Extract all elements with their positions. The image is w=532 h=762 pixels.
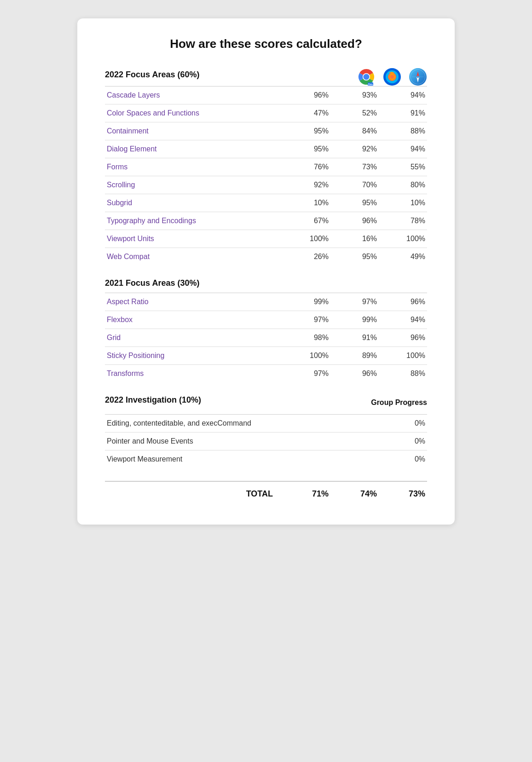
row-safari: 94% xyxy=(379,87,427,104)
row-label: Editing, contenteditable, and execComman… xyxy=(105,415,358,433)
row-chrome: 96% xyxy=(282,87,330,104)
firefox-icon xyxy=(383,68,401,86)
row-chrome: 10% xyxy=(282,194,330,212)
row-safari: 88% xyxy=(379,122,427,140)
row-firefox: 91% xyxy=(330,329,379,347)
row-label[interactable]: Grid xyxy=(105,329,282,347)
table-row: Cascade Layers 96% 93% 94% xyxy=(105,87,427,104)
total-row: TOTAL 71% 74% 73% xyxy=(105,481,427,502)
table-row: Subgrid 10% 95% 10% xyxy=(105,194,427,212)
table-row: Aspect Ratio 99% 97% 96% xyxy=(105,293,427,311)
row-label[interactable]: Dialog Element xyxy=(105,140,282,158)
row-label[interactable]: Transforms xyxy=(105,365,282,383)
svg-point-9 xyxy=(390,75,394,79)
row-label[interactable]: Typography and Encodings xyxy=(105,212,282,230)
row-safari: 96% xyxy=(379,329,427,347)
row-label[interactable]: Flexbox xyxy=(105,311,282,329)
row-label[interactable]: Web Compat xyxy=(105,248,282,266)
row-label[interactable]: Color Spaces and Functions xyxy=(105,104,282,122)
table-row: Flexbox 97% 99% 94% xyxy=(105,311,427,329)
row-label[interactable]: Containment xyxy=(105,122,282,140)
row-safari: 88% xyxy=(379,365,427,383)
table-row: Grid 98% 91% 96% xyxy=(105,329,427,347)
svg-text:Dev: Dev xyxy=(368,83,373,86)
table-row: Containment 95% 84% 88% xyxy=(105,122,427,140)
row-safari: 55% xyxy=(379,158,427,176)
section-2021: 2021 Focus Areas (30%) Aspect Ratio 99% … xyxy=(105,278,427,382)
section-2022-label: 2022 Focus Areas (60%) xyxy=(105,70,199,84)
investigation-label: 2022 Investigation (10%) xyxy=(105,395,201,410)
table-row: Viewport Measurement 0% xyxy=(105,450,427,468)
section-2021-label: 2021 Focus Areas (30%) xyxy=(105,278,427,293)
row-chrome: 100% xyxy=(282,230,330,248)
row-firefox: 96% xyxy=(330,365,379,383)
section-2022-header-row: 2022 Focus Areas (60%) Dev xyxy=(105,68,427,86)
total-chrome: 71% xyxy=(282,481,330,502)
table-row: Viewport Units 100% 16% 100% xyxy=(105,230,427,248)
row-safari: 10% xyxy=(379,194,427,212)
chrome-dev-icon: Dev Dev xyxy=(357,68,376,86)
row-firefox: 52% xyxy=(330,104,379,122)
row-chrome: 92% xyxy=(282,176,330,194)
row-label[interactable]: Subgrid xyxy=(105,194,282,212)
table-row: Transforms 97% 96% 88% xyxy=(105,365,427,383)
table-row: Forms 76% 73% 55% xyxy=(105,158,427,176)
table-investigation: Editing, contenteditable, and execComman… xyxy=(105,415,427,468)
row-chrome: 95% xyxy=(282,122,330,140)
row-firefox: 96% xyxy=(330,212,379,230)
row-safari: 100% xyxy=(379,230,427,248)
row-safari: 78% xyxy=(379,212,427,230)
row-safari: 100% xyxy=(379,347,427,365)
table-2021: Aspect Ratio 99% 97% 96% Flexbox 97% 99%… xyxy=(105,293,427,382)
row-firefox: 89% xyxy=(330,347,379,365)
row-label[interactable]: Forms xyxy=(105,158,282,176)
table-row: Web Compat 26% 95% 49% xyxy=(105,248,427,266)
row-chrome: 98% xyxy=(282,329,330,347)
row-safari: 94% xyxy=(379,311,427,329)
row-label[interactable]: Viewport Units xyxy=(105,230,282,248)
svg-point-2 xyxy=(364,74,370,80)
total-firefox: 74% xyxy=(330,481,379,502)
row-firefox: 84% xyxy=(330,122,379,140)
row-value: 0% xyxy=(358,433,427,450)
investigation-header-row: 2022 Investigation (10%) Group Progress xyxy=(105,395,427,414)
row-label[interactable]: Cascade Layers xyxy=(105,87,282,104)
row-label[interactable]: Scrolling xyxy=(105,176,282,194)
row-value: 0% xyxy=(358,450,427,468)
row-firefox: 70% xyxy=(330,176,379,194)
row-firefox: 97% xyxy=(330,293,379,311)
table-row: Typography and Encodings 67% 96% 78% xyxy=(105,212,427,230)
table-2022: Cascade Layers 96% 93% 94% Color Spaces … xyxy=(105,87,427,266)
safari-icon xyxy=(409,68,427,86)
total-table: TOTAL 71% 74% 73% xyxy=(105,481,427,502)
row-label: Pointer and Mouse Events xyxy=(105,433,358,450)
total-label: TOTAL xyxy=(105,481,282,502)
row-chrome: 26% xyxy=(282,248,330,266)
row-chrome: 99% xyxy=(282,293,330,311)
row-chrome: 76% xyxy=(282,158,330,176)
browser-icons: Dev Dev xyxy=(357,68,427,86)
row-chrome: 95% xyxy=(282,140,330,158)
section-investigation: 2022 Investigation (10%) Group Progress … xyxy=(105,395,427,468)
row-firefox: 93% xyxy=(330,87,379,104)
table-row: Color Spaces and Functions 47% 52% 91% xyxy=(105,104,427,122)
row-label[interactable]: Sticky Positioning xyxy=(105,347,282,365)
row-safari: 96% xyxy=(379,293,427,311)
row-value: 0% xyxy=(358,415,427,433)
group-progress-label: Group Progress xyxy=(371,398,427,407)
section-2022: 2022 Focus Areas (60%) Dev xyxy=(105,68,427,266)
row-chrome: 67% xyxy=(282,212,330,230)
table-row: Dialog Element 95% 92% 94% xyxy=(105,140,427,158)
table-row: Scrolling 92% 70% 80% xyxy=(105,176,427,194)
row-label[interactable]: Aspect Ratio xyxy=(105,293,282,311)
table-row: Sticky Positioning 100% 89% 100% xyxy=(105,347,427,365)
table-row: Editing, contenteditable, and execComman… xyxy=(105,415,427,433)
row-firefox: 95% xyxy=(330,248,379,266)
row-firefox: 95% xyxy=(330,194,379,212)
row-firefox: 99% xyxy=(330,311,379,329)
row-chrome: 97% xyxy=(282,365,330,383)
row-safari: 94% xyxy=(379,140,427,158)
table-row: Pointer and Mouse Events 0% xyxy=(105,433,427,450)
row-firefox: 73% xyxy=(330,158,379,176)
row-firefox: 92% xyxy=(330,140,379,158)
